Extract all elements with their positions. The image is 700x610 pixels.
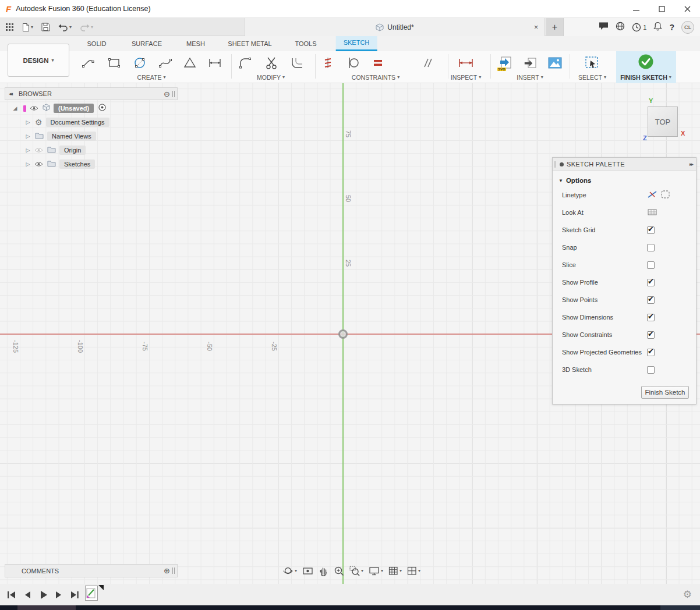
view-cube[interactable]: TOP Y Z X [639, 96, 692, 145]
online-status-button[interactable] [616, 22, 625, 33]
fillet-tool[interactable] [235, 53, 255, 73]
spline-tool[interactable] [155, 53, 175, 73]
feedback-button[interactable] [599, 22, 609, 33]
tab-surface[interactable]: SURFACE [124, 36, 169, 51]
job-status-button[interactable]: 1 [632, 23, 646, 32]
modify-group-dropdown[interactable]: MODIFY ▾ [257, 74, 285, 81]
insert-group-dropdown[interactable]: INSERT ▾ [517, 74, 543, 81]
orbit-button[interactable]: ▾ [281, 564, 299, 578]
step-forward-button[interactable] [53, 589, 65, 601]
sketch-grid-checkbox[interactable] [647, 226, 655, 234]
zoom-window-button[interactable]: ▾ [348, 564, 365, 578]
finish-sketch-button[interactable] [636, 52, 656, 72]
sketch-palette-header[interactable]: SKETCH PALETTE ▸▸ [553, 158, 696, 171]
step-back-button[interactable] [22, 589, 33, 601]
view-cube-top-face[interactable]: TOP [648, 107, 678, 137]
3d-sketch-checkbox[interactable] [647, 366, 655, 374]
file-menu-button[interactable]: ▾ [19, 20, 37, 35]
document-tab[interactable]: Untitled* × [245, 18, 545, 36]
finish-sketch-palette-button[interactable]: Finish Sketch [641, 386, 689, 399]
browser-options-icon[interactable]: ⊖ [164, 90, 170, 98]
tree-item-label[interactable]: Origin [59, 146, 86, 155]
expander-icon[interactable]: ▷ [24, 119, 31, 125]
select-tool[interactable] [582, 53, 602, 73]
offset-tool[interactable] [287, 53, 307, 73]
save-button[interactable] [38, 20, 54, 35]
finish-sketch-dropdown[interactable]: FINISH SKETCH ▾ [620, 74, 671, 81]
expander-icon[interactable]: ▷ [24, 147, 31, 153]
inspect-group-dropdown[interactable]: INSPECT ▾ [451, 74, 482, 81]
browser-header[interactable]: ◂◂ BROWSER ⊖ [5, 87, 178, 100]
origin-point[interactable] [338, 329, 348, 339]
timeline-playhead[interactable] [98, 585, 104, 590]
palette-grip-handle[interactable] [554, 161, 556, 168]
snap-checkbox[interactable] [647, 244, 655, 251]
show-profile-checkbox[interactable] [647, 279, 655, 286]
rectangle-tool[interactable] [104, 53, 124, 73]
tree-row-named-views[interactable]: ▷ Named Views [5, 129, 179, 143]
tree-row-origin[interactable]: ▷ Origin [5, 143, 179, 157]
collapse-palette-icon[interactable]: ▸▸ [690, 161, 692, 167]
slice-checkbox[interactable] [647, 261, 655, 269]
document-name[interactable]: (Unsaved) [54, 104, 94, 113]
show-points-checkbox[interactable] [647, 296, 655, 304]
grid-settings-button[interactable]: ▾ [387, 564, 404, 578]
pan-button[interactable] [317, 564, 330, 578]
minimize-button[interactable] [623, 0, 649, 17]
show-constraints-checkbox[interactable] [647, 331, 655, 339]
tab-sheet-metal[interactable]: SHEET METAL [220, 36, 279, 51]
help-button[interactable]: ? [669, 23, 674, 32]
circle-tool[interactable] [130, 53, 150, 73]
parallel-constraint-tool[interactable] [418, 53, 437, 73]
constraints-group-dropdown[interactable]: CONSTRAINTS ▾ [352, 74, 400, 81]
tangent-constraint-tool[interactable] [343, 53, 363, 73]
go-to-end-button[interactable] [69, 589, 80, 601]
display-settings-button[interactable]: ▾ [367, 564, 385, 578]
tab-solid[interactable]: SOLID [79, 36, 114, 51]
visibility-eye-off-icon[interactable] [34, 145, 43, 155]
browser-grip-handle[interactable] [172, 91, 175, 97]
redo-button[interactable]: ▾ [76, 20, 97, 35]
sketch-dimension-tool[interactable] [205, 53, 225, 73]
show-dimensions-checkbox[interactable] [647, 314, 655, 321]
tree-item-label[interactable]: Sketches [59, 159, 95, 169]
tree-row-document[interactable]: ◢ (Unsaved) [5, 101, 179, 115]
activate-radio[interactable] [98, 103, 106, 114]
show-projected-geometries-checkbox[interactable] [647, 349, 655, 356]
new-tab-button[interactable]: + [546, 18, 564, 36]
go-to-beginning-button[interactable] [6, 589, 17, 601]
zoom-button[interactable] [332, 564, 346, 578]
undo-button[interactable]: ▾ [55, 20, 75, 35]
play-button[interactable] [37, 589, 49, 601]
construction-line-button[interactable] [647, 190, 657, 200]
expander-icon[interactable]: ▷ [24, 133, 31, 139]
add-comment-icon[interactable]: ⊕ [164, 566, 170, 575]
line-tool[interactable] [79, 53, 98, 73]
measure-tool[interactable] [456, 53, 476, 73]
tab-sketch[interactable]: SKETCH [336, 36, 377, 51]
insert-dxf-tool[interactable] [521, 53, 540, 73]
look-at-button[interactable] [300, 564, 315, 578]
look-at-button[interactable] [647, 208, 657, 218]
comments-grip-handle[interactable] [172, 568, 175, 574]
coincident-constraint-tool[interactable] [318, 53, 338, 73]
select-group-dropdown[interactable]: SELECT ▾ [578, 74, 606, 81]
tree-item-label[interactable]: Document Settings [46, 118, 109, 127]
viewports-button[interactable]: ▾ [405, 564, 422, 578]
options-section-header[interactable]: ▼ Options [553, 171, 696, 186]
visibility-eye-icon[interactable] [30, 103, 38, 114]
timeline-gear-icon[interactable]: ⚙ [683, 588, 692, 601]
polygon-tool[interactable] [180, 53, 200, 73]
notifications-button[interactable] [653, 22, 662, 33]
close-tab-icon[interactable]: × [531, 22, 541, 32]
trim-tool[interactable] [261, 53, 281, 73]
expanded-icon[interactable]: ◢ [12, 105, 19, 111]
app-grid-button[interactable] [2, 20, 17, 35]
insert-svg-tool[interactable]: SVG [496, 53, 515, 73]
tree-row-document-settings[interactable]: ▷ ⚙ Document Settings [5, 115, 179, 129]
timeline-sketch-feature[interactable] [85, 586, 98, 601]
tab-tools[interactable]: TOOLS [287, 36, 324, 51]
workspace-selector[interactable]: DESIGN ▾ [8, 44, 69, 77]
tab-mesh[interactable]: MESH [179, 36, 213, 51]
equal-constraint-tool[interactable] [368, 53, 388, 73]
